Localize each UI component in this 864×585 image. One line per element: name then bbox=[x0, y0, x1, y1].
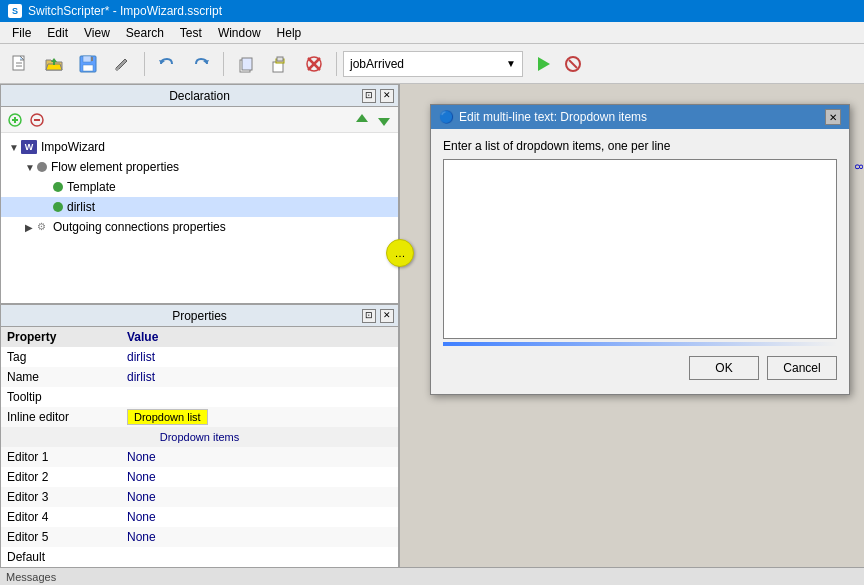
expand-arrow: ▼ bbox=[9, 142, 21, 153]
toolbar: jobArrived ▼ bbox=[0, 44, 864, 84]
move-up-button[interactable] bbox=[352, 110, 372, 130]
redo-button[interactable] bbox=[185, 48, 217, 80]
remove-item-button[interactable] bbox=[27, 110, 47, 130]
table-row: Tooltip bbox=[1, 387, 398, 407]
prop-editor1-value: None bbox=[121, 447, 398, 467]
prop-editor2-value: None bbox=[121, 467, 398, 487]
prop-tooltip-label: Tooltip bbox=[1, 387, 121, 407]
tree-label-dirlist: dirlist bbox=[67, 200, 95, 214]
menu-search[interactable]: Search bbox=[118, 24, 172, 42]
title-bar: S SwitchScripter* - ImpoWizard.sscript bbox=[0, 0, 864, 22]
undo-button[interactable] bbox=[151, 48, 183, 80]
prop-editor5-label: Editor 5 bbox=[1, 527, 121, 547]
toolbar-sep-2 bbox=[223, 52, 224, 76]
toolbar-sep-1 bbox=[144, 52, 145, 76]
properties-header: Properties ⊡ ✕ bbox=[1, 305, 398, 327]
tree-label-flow: Flow element properties bbox=[51, 160, 179, 174]
yellow-action-button[interactable]: … bbox=[386, 239, 414, 267]
properties-controls: ⊡ ✕ bbox=[362, 309, 394, 323]
svg-line-22 bbox=[569, 60, 577, 68]
open-button[interactable] bbox=[38, 48, 70, 80]
stop-button[interactable] bbox=[559, 50, 587, 78]
move-down-button[interactable] bbox=[374, 110, 394, 130]
delete-button[interactable] bbox=[298, 48, 330, 80]
menu-view[interactable]: View bbox=[76, 24, 118, 42]
tree-item-template[interactable]: ▶ Template bbox=[1, 177, 398, 197]
menu-test[interactable]: Test bbox=[172, 24, 210, 42]
properties-title: Properties bbox=[7, 309, 392, 323]
messages-bar: Messages bbox=[0, 567, 864, 585]
modal-icon: 🔵 bbox=[439, 110, 453, 124]
tree-item-flow[interactable]: ▼ Flow element properties bbox=[1, 157, 398, 177]
ok-button[interactable]: OK bbox=[689, 356, 759, 380]
svg-marker-29 bbox=[378, 118, 390, 126]
prop-editor2-label: Editor 2 bbox=[1, 467, 121, 487]
prop-default-value bbox=[121, 547, 398, 567]
paste-button[interactable] bbox=[264, 48, 296, 80]
close-declaration-button[interactable]: ✕ bbox=[380, 89, 394, 103]
tree-label-outgoing: Outgoing connections properties bbox=[53, 220, 226, 234]
declaration-toolbar bbox=[1, 107, 398, 133]
menu-edit[interactable]: Edit bbox=[39, 24, 76, 42]
svg-rect-8 bbox=[91, 57, 93, 61]
flow-expand-arrow: ▼ bbox=[25, 162, 37, 173]
flow-icon bbox=[37, 162, 47, 172]
messages-label: Messages bbox=[6, 571, 56, 583]
svg-rect-4 bbox=[53, 62, 55, 65]
gear-icon: ⚙ bbox=[37, 221, 49, 233]
close-properties-button[interactable]: ✕ bbox=[380, 309, 394, 323]
float-properties-button[interactable]: ⊡ bbox=[362, 309, 376, 323]
menu-bar: File Edit View Search Test Window Help bbox=[0, 22, 864, 44]
ellipsis-icon: … bbox=[395, 247, 406, 259]
tree-item-impowizard[interactable]: ▼ W ImpoWizard bbox=[1, 137, 398, 157]
menu-help[interactable]: Help bbox=[269, 24, 310, 42]
copy-button[interactable] bbox=[230, 48, 262, 80]
declaration-title: Declaration bbox=[7, 89, 392, 103]
prop-tag-value: dirlist bbox=[121, 347, 398, 367]
menu-file[interactable]: File bbox=[4, 24, 39, 42]
dirlist-icon bbox=[53, 202, 63, 212]
declaration-header: Declaration ⊡ ✕ bbox=[1, 85, 398, 107]
prop-tag-label: Tag bbox=[1, 347, 121, 367]
tree-item-dirlist[interactable]: ▶ dirlist bbox=[1, 197, 398, 217]
svg-marker-3 bbox=[51, 58, 57, 62]
properties-content: Property Value Tag dirlist Name dirlist bbox=[1, 327, 398, 584]
table-row: Default bbox=[1, 547, 398, 567]
tree-item-outgoing[interactable]: ▶ ⚙ Outgoing connections properties bbox=[1, 217, 398, 237]
add-item-button[interactable] bbox=[5, 110, 25, 130]
prop-editor4-value: None bbox=[121, 507, 398, 527]
modal-body: Enter a list of dropdown items, one per … bbox=[431, 129, 849, 394]
properties-table: Property Value Tag dirlist Name dirlist bbox=[1, 327, 398, 584]
run-button[interactable] bbox=[529, 50, 557, 78]
modal-close-button[interactable]: ✕ bbox=[825, 109, 841, 125]
prop-name-value: dirlist bbox=[121, 367, 398, 387]
modal-textarea[interactable] bbox=[443, 159, 837, 339]
edit-button[interactable] bbox=[106, 48, 138, 80]
save-button[interactable] bbox=[72, 48, 104, 80]
declaration-tree: ▼ W ImpoWizard ▼ Flow element properties… bbox=[1, 133, 398, 303]
dropdown-list-badge: Dropdown list bbox=[127, 409, 208, 425]
svg-rect-9 bbox=[116, 68, 119, 70]
new-button[interactable] bbox=[4, 48, 36, 80]
prop-name-label: Name bbox=[1, 367, 121, 387]
table-row: Editor 3 None bbox=[1, 487, 398, 507]
job-dropdown[interactable]: jobArrived ▼ bbox=[343, 51, 523, 77]
app-icon: S bbox=[8, 4, 22, 18]
table-row: Editor 4 None bbox=[1, 507, 398, 527]
textarea-bottom-bar bbox=[443, 342, 837, 346]
cancel-button[interactable]: Cancel bbox=[767, 356, 837, 380]
float-button[interactable]: ⊡ bbox=[362, 89, 376, 103]
title-text: SwitchScripter* - ImpoWizard.sscript bbox=[28, 4, 222, 18]
table-row: Editor 5 None bbox=[1, 527, 398, 547]
col-value: Value bbox=[121, 327, 398, 347]
modal-overlay: 🔵 Edit multi-line text: Dropdown items ✕… bbox=[400, 84, 864, 585]
modal-buttons: OK Cancel bbox=[443, 356, 837, 384]
prop-editor3-label: Editor 3 bbox=[1, 487, 121, 507]
table-row: Tag dirlist bbox=[1, 347, 398, 367]
svg-marker-20 bbox=[538, 57, 550, 71]
prop-editor4-label: Editor 4 bbox=[1, 507, 121, 527]
table-row: Editor 2 None bbox=[1, 467, 398, 487]
menu-window[interactable]: Window bbox=[210, 24, 269, 42]
prop-section-dropdown: Dropdown items bbox=[1, 427, 398, 447]
properties-panel: Properties ⊡ ✕ Property Value bbox=[0, 304, 399, 585]
